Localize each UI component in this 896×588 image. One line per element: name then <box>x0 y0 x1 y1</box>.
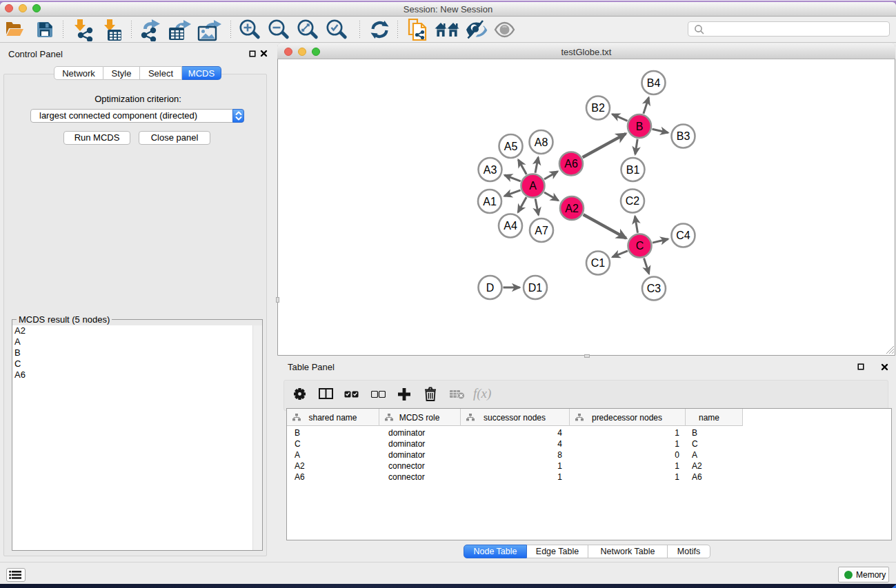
svg-text:B4: B4 <box>647 77 661 89</box>
svg-text:A1: A1 <box>483 196 497 207</box>
svg-text:D: D <box>486 282 495 294</box>
svg-text:C: C <box>636 240 644 252</box>
svg-text:B: B <box>636 121 644 132</box>
svg-text:A4: A4 <box>504 220 517 232</box>
svg-text:A5: A5 <box>504 141 518 152</box>
svg-text:B3: B3 <box>677 130 690 142</box>
svg-text:C1: C1 <box>591 257 606 269</box>
svg-text:C3: C3 <box>647 283 661 294</box>
svg-text:A6: A6 <box>564 158 578 170</box>
svg-text:D1: D1 <box>528 282 543 294</box>
svg-text:C2: C2 <box>626 195 640 207</box>
svg-text:B1: B1 <box>626 164 640 176</box>
svg-text:A7: A7 <box>535 225 548 236</box>
svg-text:C4: C4 <box>676 230 690 241</box>
svg-text:A3: A3 <box>484 164 497 176</box>
svg-text:A: A <box>529 180 537 192</box>
svg-text:A8: A8 <box>535 136 548 148</box>
svg-text:A2: A2 <box>565 203 579 214</box>
svg-text:B2: B2 <box>591 102 605 114</box>
